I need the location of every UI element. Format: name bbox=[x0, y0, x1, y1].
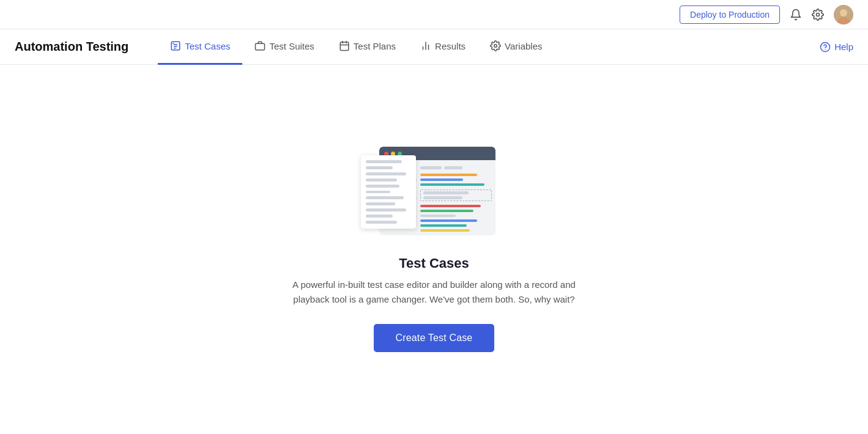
front-line-3 bbox=[366, 172, 407, 175]
variables-icon bbox=[490, 40, 501, 51]
deploy-to-production-button[interactable]: Deploy to Production bbox=[680, 6, 780, 24]
tab-test-cases[interactable]: Test Cases bbox=[158, 29, 242, 65]
front-line-8 bbox=[366, 202, 395, 205]
front-line-5 bbox=[366, 185, 400, 188]
svg-point-2 bbox=[840, 9, 847, 17]
color-line-5 bbox=[420, 210, 474, 212]
dashed-selection-box bbox=[420, 189, 492, 201]
test-plans-icon bbox=[339, 40, 350, 51]
front-line-6 bbox=[366, 191, 391, 194]
avatar[interactable] bbox=[834, 5, 853, 24]
header-lines bbox=[420, 166, 492, 169]
page-title: Test Cases bbox=[399, 256, 469, 271]
svg-point-16 bbox=[494, 45, 497, 48]
results-icon bbox=[420, 40, 431, 51]
create-test-case-button[interactable]: Create Test Case bbox=[374, 324, 495, 352]
tab-test-plans[interactable]: Test Plans bbox=[327, 29, 408, 65]
tab-results[interactable]: Results bbox=[408, 29, 478, 65]
front-line-7 bbox=[366, 196, 404, 199]
front-line-10 bbox=[366, 215, 393, 218]
nav-tabs: Test Cases Test Suites Test Plans Result… bbox=[158, 29, 820, 65]
tab-variables[interactable]: Variables bbox=[478, 29, 554, 65]
header-line-1 bbox=[420, 166, 442, 169]
empty-state-illustration bbox=[361, 147, 508, 238]
main-content: Test Cases A powerful in-built test case… bbox=[0, 65, 868, 434]
header-line-2 bbox=[444, 166, 462, 169]
svg-point-0 bbox=[817, 13, 820, 16]
gear-icon bbox=[812, 9, 824, 21]
top-bar-icons bbox=[790, 5, 853, 24]
svg-rect-9 bbox=[340, 42, 349, 51]
color-line-9 bbox=[420, 229, 470, 232]
illustration-right-panel bbox=[420, 164, 492, 232]
color-line-1 bbox=[420, 174, 478, 176]
nav-bar: Automation Testing Test Cases Test Suite… bbox=[0, 29, 868, 65]
illustration-front-card bbox=[361, 155, 416, 229]
color-line-3 bbox=[420, 183, 484, 186]
page-description: A powerful in-built test case editor and… bbox=[287, 278, 581, 307]
front-line-9 bbox=[366, 208, 407, 211]
dashed-line-1 bbox=[423, 191, 469, 194]
settings-button[interactable] bbox=[812, 9, 824, 21]
tab-test-suites[interactable]: Test Suites bbox=[242, 29, 326, 65]
notifications-button[interactable] bbox=[790, 9, 802, 21]
help-icon bbox=[820, 42, 831, 53]
color-line-2 bbox=[420, 178, 463, 181]
svg-rect-8 bbox=[256, 43, 265, 50]
help-link[interactable]: Help bbox=[820, 42, 853, 53]
test-suites-icon bbox=[254, 40, 265, 51]
color-line-8 bbox=[420, 224, 467, 227]
test-cases-icon bbox=[170, 40, 181, 51]
color-line-7 bbox=[420, 219, 478, 222]
user-avatar-icon bbox=[834, 5, 853, 24]
color-line-6 bbox=[420, 215, 456, 217]
top-bar: Deploy to Production bbox=[0, 0, 868, 29]
color-line-4 bbox=[420, 205, 481, 207]
bell-icon bbox=[790, 9, 802, 21]
front-line-11 bbox=[366, 221, 398, 224]
front-line-1 bbox=[366, 160, 402, 163]
dashed-line-2 bbox=[423, 196, 462, 199]
front-line-2 bbox=[366, 166, 393, 169]
front-line-4 bbox=[366, 178, 398, 182]
app-title: Automation Testing bbox=[15, 40, 128, 54]
